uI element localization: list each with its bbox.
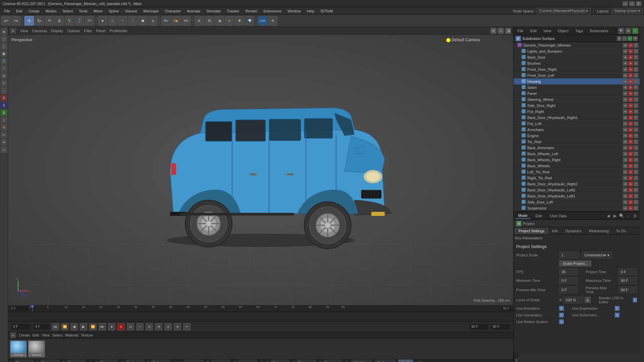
render-lod-checkbox[interactable] [633,298,637,302]
vt-options[interactable]: Options [67,29,80,33]
menu-mesh[interactable]: Mesh [91,8,105,14]
lock-btn-10[interactable]: × [634,97,638,102]
playback-settings[interactable]: ≡ [183,323,191,330]
viewport-icon-1[interactable]: ⊞ [490,28,496,34]
lock-btn-2[interactable]: × [634,49,638,54]
edge-mode-button[interactable]: / [128,16,138,25]
playback-mode-2[interactable]: ⊟ [146,323,153,330]
viewport-menu-btn[interactable]: ≡ [10,28,16,34]
render-vis-btn-9[interactable]: ● [628,91,633,96]
z-axis-button[interactable]: Z [75,16,84,25]
render-vis-btn-8[interactable]: ● [628,85,633,90]
obj-item-tie-rod[interactable]: Tie_Rod ● ● × [514,139,640,145]
obj-settings-icon[interactable]: ⚙ [625,28,631,34]
redo-button[interactable]: ↪ [11,16,21,25]
sidebar-scale[interactable]: ↔ [1,87,7,94]
render-vis-btn-21[interactable]: ● [628,164,633,168]
end-frame-field[interactable]: 90 F [469,323,489,330]
lock-btn-7[interactable]: × [634,79,638,84]
bottom-texture[interactable]: Texture [81,333,93,337]
z-scl-value[interactable]: 0 cm [323,360,342,362]
lock-btn-14[interactable]: × [634,121,638,126]
obj-item-fist-left[interactable]: Fist_Left ● ● × [514,121,640,127]
use-deformers-checkbox[interactable] [615,313,620,317]
viewport-icon-2[interactable]: ⊙ [498,28,504,34]
obj-item-back-door[interactable]: Back_Door ● ● × [514,54,640,60]
viewport[interactable]: Perspective ⬤ Default Camera Grid Spacin… [8,35,513,305]
sidebar-poly-mode[interactable]: ⬟ [1,50,7,57]
lock-btn-19[interactable]: × [634,152,638,156]
vis-btn-12[interactable]: ● [623,109,628,114]
cinema4d-btn[interactable]: C4D [258,16,267,25]
render-vis-btn-14[interactable]: ● [628,121,633,126]
apply-button[interactable]: Apply [398,360,413,362]
close-button[interactable]: ✕ [636,1,641,6]
vis-btn-17[interactable]: ● [623,139,628,144]
render-vis-btn-16[interactable]: ● [628,133,633,138]
render-vis-btn-22[interactable]: ● [628,170,633,174]
vis-btn-6[interactable]: ● [623,73,628,78]
subdiv-check-mark[interactable]: ✓ [628,36,632,41]
sidebar-rotate[interactable]: ↻ [1,80,7,86]
use-expression-checkbox[interactable] [615,306,620,311]
sidebar-texture[interactable]: ⊞ [1,139,7,145]
lock-btn-22[interactable]: × [634,170,638,174]
vis-btn-8[interactable]: ● [623,85,628,90]
props-nav-fwd[interactable]: ▶ [612,213,618,219]
sidebar-point-mode[interactable]: ⬡ [1,36,7,42]
render-vis-btn-25[interactable]: ● [628,188,633,192]
render-vis-btn-6[interactable]: ● [628,73,633,78]
vt-cameras[interactable]: Cameras [32,29,47,33]
lock-btn-25[interactable]: × [634,188,638,192]
render-vis-btn-17[interactable]: ● [628,139,633,144]
obj-item-generic-passenger[interactable]: Generic_Passenger_Minivan ● ● × [514,42,640,48]
viewport-icon-3[interactable]: ◨ [505,28,511,34]
sidebar-spline[interactable]: S [1,58,7,64]
render-vis-btn-10[interactable]: ● [628,97,633,102]
render-vis-btn-24[interactable]: ● [628,182,633,186]
sidebar-paint[interactable]: ✎ [1,124,7,131]
props-tab-edit[interactable]: Edit [533,213,545,219]
props-nav-back[interactable]: ◀ [605,213,611,219]
lock-btn-17[interactable]: × [634,139,638,144]
preview-min-value[interactable]: 0 F [559,287,578,293]
obj-file-menu[interactable]: File [515,28,526,34]
key-interpolation-tab[interactable]: Key Interpolation [514,235,640,241]
lod-value[interactable]: 100 % [563,297,583,303]
bottom-menu-btn[interactable]: ≡ [10,332,16,338]
subdiv-close[interactable]: ✕ [633,36,638,41]
obj-view-menu[interactable]: View [541,28,554,34]
vt-panel[interactable]: Panel [96,29,106,33]
lock-btn[interactable]: × [634,43,638,48]
project-scale-value[interactable]: 1 [559,252,579,258]
menu-help[interactable]: Help [304,8,317,14]
menu-modes[interactable]: Modes [43,8,59,14]
lock-btn-28[interactable]: × [634,206,638,210]
world-dropdown[interactable]: World▾ [352,360,372,362]
p-tab-info[interactable]: Info [548,228,561,234]
scale-project-button[interactable]: Scale Project... [559,260,591,266]
vt-view[interactable]: View [20,29,28,33]
playback-mode-4[interactable]: ◎ [164,323,172,330]
obj-item-hyd-left2[interactable]: Back_Door_Hhydraulic_Left2 ● ● × [514,187,640,193]
sidebar-layers[interactable]: ≡≡ [1,131,7,138]
frame-step-field[interactable]: 0 F [33,323,50,330]
vis-btn-10[interactable]: ● [623,97,628,102]
obj-item-left-tie-rod[interactable]: Left_Tie_Rod ● ● × [514,169,640,175]
render-vis-btn-28[interactable]: ● [628,206,633,210]
menu-window[interactable]: Window [285,8,303,14]
obj-item-right-tie-rod[interactable]: Right_Tie_Rod ● ● × [514,175,640,181]
sidebar-brush[interactable]: ⊂ [1,117,7,123]
vis-btn-16[interactable]: ● [623,133,628,138]
props-tab-mode[interactable]: Mode [516,213,530,219]
vis-btn-9[interactable]: ● [623,91,628,96]
render-vis-btn-5[interactable]: ● [628,67,633,72]
obj-item-steering[interactable]: Steering_Wheel ● ● × [514,97,640,103]
render-vis-btn-18[interactable]: ● [628,145,633,150]
undo-button[interactable]: ↩ [1,16,11,25]
obj-item-salon[interactable]: Salon ● ● × [514,84,640,90]
render-vis-btn-3[interactable]: ● [628,55,633,60]
obj-item-engine[interactable]: Engine ● ● × [514,133,640,139]
obj-item-panel[interactable]: Panel ● ● × [514,90,640,97]
render-vis-btn-27[interactable]: ● [628,200,633,204]
